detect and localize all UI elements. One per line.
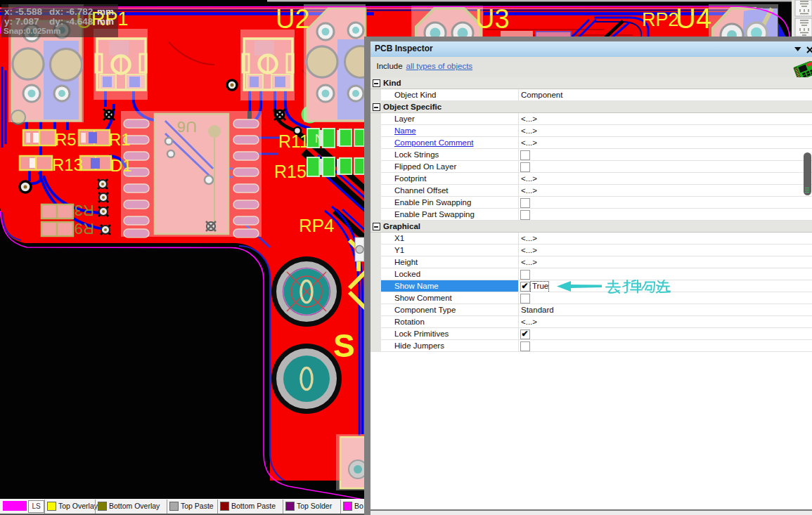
svg-text:RP4: RP4 [299,215,335,236]
svg-text:R15: R15 [274,162,307,181]
svg-text:R9: R9 [75,220,94,237]
svg-text:R1: R1 [109,130,131,149]
svg-text:U4: U4 [676,3,711,34]
svg-text:U3: U3 [475,4,510,34]
svg-text:U2: U2 [276,4,310,34]
svg-text:y: 7.087: y: 7.087 [4,16,39,27]
svg-text:RP2: RP2 [642,9,679,30]
svg-text:R13: R13 [52,155,83,174]
svg-text:R11: R11 [278,131,309,151]
svg-text:mm: mm [97,16,114,27]
svg-text:D1: D1 [110,156,132,175]
svg-text:mm: mm [97,6,114,17]
svg-text:dx: -6.782: dx: -6.782 [49,6,93,17]
svg-text:N: N [315,133,323,145]
svg-text:Snap:0.025mm: Snap:0.025mm [4,27,60,35]
svg-text:R5: R5 [55,130,77,149]
svg-text:x: -5.588: x: -5.588 [4,6,43,17]
svg-text:S: S [333,327,355,364]
svg-text:R3: R3 [75,202,94,219]
svg-text:dy: -4.648: dy: -4.648 [49,16,94,27]
